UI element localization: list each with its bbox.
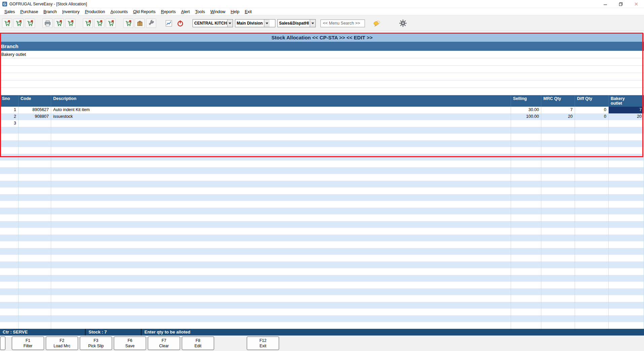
cell-description[interactable] [51,167,511,174]
cell-bakery-outlet[interactable] [609,221,644,228]
table-row-empty[interactable] [0,309,644,315]
menu-item-branch[interactable]: Branch [41,9,60,14]
cell-diff-qty[interactable] [575,235,609,241]
cell-code[interactable] [19,315,51,322]
cell-sno[interactable] [0,282,19,288]
cell-code[interactable] [19,275,51,282]
branch-row[interactable] [0,88,644,95]
cell-diff-qty[interactable] [575,302,609,309]
cell-code[interactable] [19,302,51,309]
cell-sno[interactable] [0,208,19,214]
cart-out-button[interactable] [94,19,104,28]
cell-sno[interactable] [0,228,19,235]
cell-description[interactable] [51,315,511,322]
cell-selling[interactable] [511,228,541,235]
cell-mrc-qty[interactable] [541,288,575,295]
cell-diff-qty[interactable] [575,174,609,181]
close-button[interactable] [629,0,644,8]
cell-mrc-qty[interactable] [541,261,575,268]
table-row-empty[interactable] [0,181,644,187]
menu-item-alert[interactable]: Alert [178,9,193,14]
cell-bakery-outlet[interactable] [609,282,644,288]
table-row-empty[interactable] [0,187,644,194]
table-row-empty[interactable] [0,214,644,221]
cell-description[interactable] [51,194,511,201]
cell-description[interactable] [51,147,511,154]
tools-button[interactable] [146,19,156,28]
cell-sno[interactable] [0,268,19,275]
cell-mrc-qty[interactable] [541,174,575,181]
table-row-empty[interactable] [0,261,644,268]
cell-mrc-qty[interactable] [541,315,575,322]
cell-sno[interactable]: 2 [0,113,19,120]
cell-selling[interactable]: 100.00 [511,113,541,120]
cart-sync-button[interactable] [25,19,35,28]
cell-code[interactable] [19,309,51,315]
cell-bakery-outlet[interactable] [609,322,644,329]
cell-sno[interactable] [0,309,19,315]
fn-f12-button[interactable]: F12Exit [247,337,279,350]
cell-code[interactable] [19,147,51,154]
cell-selling[interactable] [511,235,541,241]
cell-description[interactable]: issuestock [51,113,511,120]
cell-diff-qty[interactable] [575,187,609,194]
cell-bakery-outlet[interactable]: 7 [609,107,644,113]
cell-selling[interactable] [511,275,541,282]
cell-description[interactable] [51,140,511,147]
cell-selling[interactable] [511,288,541,295]
cell-description[interactable] [51,187,511,194]
cell-code[interactable] [19,140,51,147]
cell-selling[interactable] [511,255,541,261]
cell-sno[interactable] [0,322,19,329]
cell-mrc-qty[interactable] [541,134,575,140]
cell-bakery-outlet[interactable] [609,261,644,268]
table-row-empty[interactable] [0,134,644,140]
cell-bakery-outlet[interactable] [609,315,644,322]
cell-bakery-outlet[interactable] [609,181,644,187]
cell-description[interactable] [51,288,511,295]
cell-bakery-outlet[interactable]: 20 [609,113,644,120]
menu-search-input[interactable] [320,20,365,27]
cart-search-button[interactable] [54,19,64,28]
company-combo[interactable]: CENTRAL KITCH [193,19,233,27]
table-row-empty[interactable] [0,248,644,255]
table-row-empty[interactable] [0,241,644,248]
cell-sno[interactable]: 3 [0,120,19,127]
chevron-down-icon[interactable] [264,20,270,27]
fn-f8-button[interactable]: F8Edit [182,337,214,350]
cell-mrc-qty[interactable] [541,140,575,147]
cell-bakery-outlet[interactable] [609,275,644,282]
menu-item-exit[interactable]: Exit [242,9,255,14]
cell-code[interactable]: 908807 [19,113,51,120]
table-row-empty[interactable] [0,161,644,167]
cell-selling[interactable] [511,174,541,181]
table-row-empty[interactable] [0,282,644,288]
cell-mrc-qty[interactable] [541,214,575,221]
cell-sno[interactable] [0,134,19,140]
maximize-button[interactable] [613,0,629,8]
settings-button[interactable] [398,19,408,28]
branch-row[interactable] [0,58,644,66]
cell-mrc-qty[interactable] [541,154,575,161]
cell-code[interactable] [19,261,51,268]
cell-sno[interactable] [0,315,19,322]
menu-item-purchase[interactable]: Purchase [18,9,41,14]
cell-selling[interactable] [511,120,541,127]
menu-item-accounts[interactable]: Accounts [108,9,130,14]
cell-description[interactable]: Auto indent Kit item [51,107,511,113]
cell-description[interactable] [51,221,511,228]
cell-bakery-outlet[interactable] [609,214,644,221]
chevron-down-icon[interactable] [227,20,233,27]
cell-selling[interactable] [511,154,541,161]
cell-code[interactable] [19,208,51,214]
table-row-empty[interactable] [0,255,644,261]
cell-mrc-qty[interactable] [541,282,575,288]
cell-diff-qty[interactable] [575,147,609,154]
cell-bakery-outlet[interactable] [609,147,644,154]
cell-mrc-qty[interactable] [541,120,575,127]
cell-selling[interactable] [511,322,541,329]
cell-description[interactable] [51,309,511,315]
cell-bakery-outlet[interactable] [609,187,644,194]
table-row-empty[interactable] [0,167,644,174]
division-combo[interactable]: Main Division [235,19,275,27]
